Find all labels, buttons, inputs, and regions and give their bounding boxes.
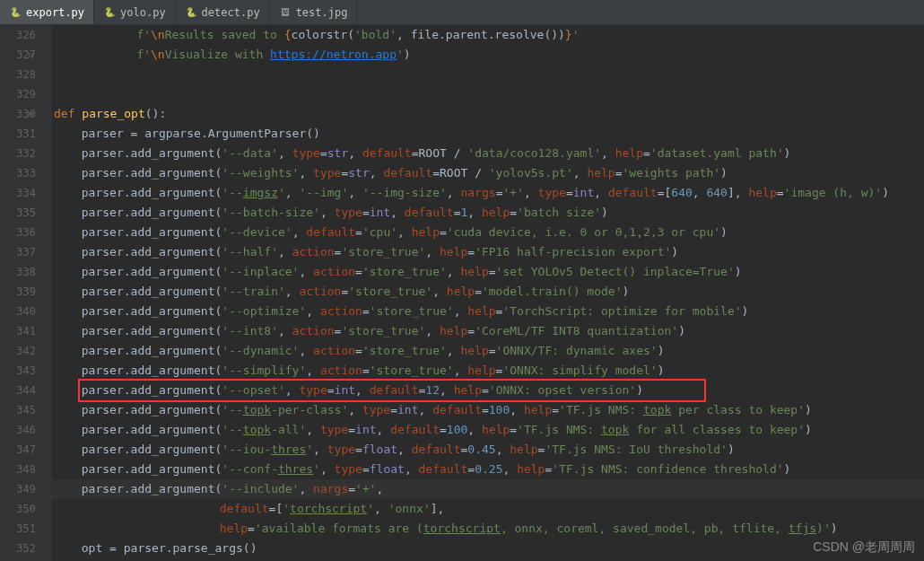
gutter-line: 340 (0, 302, 36, 321)
gutter-line: 330⊟ (0, 104, 36, 124)
code-line[interactable]: parser.add_argument('--simplify', action… (52, 361, 924, 381)
gutter-line: 349💡 (0, 479, 36, 499)
gutter-line: 338 (0, 262, 36, 282)
code-line[interactable]: parser.add_argument('--batch-size', type… (52, 203, 924, 223)
gutter-line: 348 (0, 460, 36, 479)
gutter-line: 346 (0, 420, 36, 440)
fold-icon[interactable]: ⊟ (29, 45, 33, 65)
gutter-line: 350 (0, 499, 36, 519)
code-line[interactable]: parser.add_argument('--data', type=str, … (52, 144, 924, 163)
python-file-icon: 🐍 (185, 6, 197, 19)
watermark: CSDN @老周周周 (813, 539, 915, 556)
code-line[interactable]: default=['torchscript', 'onnx'], (52, 499, 924, 519)
gutter-line: 336 (0, 223, 36, 242)
code-line[interactable]: def parse_opt(): (52, 104, 924, 124)
code-line[interactable]: parser.add_argument('--opset', type=int,… (52, 381, 924, 400)
gutter-line: 327⊟ (0, 45, 36, 65)
gutter-line: 341 (0, 321, 36, 341)
tab-export-py[interactable]: 🐍export.py (0, 0, 94, 24)
code-line[interactable]: parser.add_argument('--iou-thres', type=… (52, 440, 924, 460)
fold-icon[interactable]: ⊟ (29, 104, 33, 124)
code-line[interactable]: parser.add_argument('--train', action='s… (52, 282, 924, 302)
code-line[interactable]: parser.add_argument('--inplace', action=… (52, 262, 924, 282)
code-line[interactable]: opt = parser.parse_args() (52, 539, 924, 558)
code-line[interactable]: f'\nResults saved to {colorstr('bold', f… (52, 25, 924, 45)
code-line[interactable]: parser.add_argument('--device', default=… (52, 223, 924, 242)
code-line[interactable]: parser.add_argument('--half', action='st… (52, 242, 924, 262)
code-line[interactable]: f'\nVisualize with https://netron.app') (52, 45, 924, 65)
code-line[interactable]: parser.add_argument('--weights', type=st… (52, 163, 924, 183)
editor: 326327⊟328329330⊟33133233333433533633733… (0, 25, 924, 561)
code-line[interactable]: parser.add_argument('--imgsz', '--img', … (52, 183, 924, 203)
gutter-line: 335 (0, 203, 36, 223)
gutter-line: 347 (0, 440, 36, 460)
code-line[interactable] (52, 65, 924, 84)
code-line[interactable]: parser.add_argument('--int8', action='st… (52, 321, 924, 341)
gutter-line: 345 (0, 400, 36, 420)
code-line[interactable]: parser.add_argument('--dynamic', action=… (52, 341, 924, 361)
python-file-icon: 🐍 (103, 6, 116, 19)
gutter-line: 333 (0, 163, 36, 183)
code-line[interactable]: parser = argparse.ArgumentParser() (52, 124, 924, 144)
gutter-line: 343 (0, 361, 36, 381)
tab-test-jpg[interactable]: 🖼test.jpg (270, 0, 358, 24)
tab-label: test.jpg (296, 6, 348, 19)
code-line[interactable]: parser.add_argument('--topk-all', type=i… (52, 420, 924, 440)
gutter-line: 326 (0, 25, 36, 45)
gutter-line: 342 (0, 341, 36, 361)
gutter-line: 332 (0, 144, 36, 163)
gutter-line: 352 (0, 539, 36, 558)
gutter-line: 351 (0, 519, 36, 539)
code-area[interactable]: f'\nResults saved to {colorstr('bold', f… (52, 25, 924, 561)
tab-label: export.py (26, 6, 84, 19)
code-line[interactable]: parser.add_argument('--conf-thres', type… (52, 460, 924, 479)
gutter-line: 331 (0, 124, 36, 144)
gutter-line: 334 (0, 183, 36, 203)
code-line[interactable]: parser.add_argument('--optimize', action… (52, 302, 924, 321)
gutter-line: 329 (0, 84, 36, 104)
python-file-icon: 🐍 (9, 6, 22, 19)
gutter-line: 337 (0, 242, 36, 262)
code-line[interactable] (52, 84, 924, 104)
line-gutter: 326327⊟328329330⊟33133233333433533633733… (0, 25, 52, 561)
gutter-line: 339 (0, 282, 36, 302)
tab-label: detect.py (202, 6, 260, 19)
tab-detect-py[interactable]: 🐍detect.py (176, 0, 270, 24)
code-line[interactable]: help='available formats are (torchscript… (52, 519, 924, 539)
tab-label: yolo.py (120, 6, 166, 19)
code-line[interactable]: parser.add_argument('--include', nargs='… (52, 479, 924, 499)
editor-tabs: 🐍export.py🐍yolo.py🐍detect.py🖼test.jpg (0, 0, 924, 25)
gutter-line: 328 (0, 65, 36, 84)
tab-yolo-py[interactable]: 🐍yolo.py (94, 0, 176, 24)
gutter-line: 344 (0, 381, 36, 400)
image-file-icon: 🖼 (279, 6, 292, 19)
code-line[interactable]: parser.add_argument('--topk-per-class', … (52, 400, 924, 420)
